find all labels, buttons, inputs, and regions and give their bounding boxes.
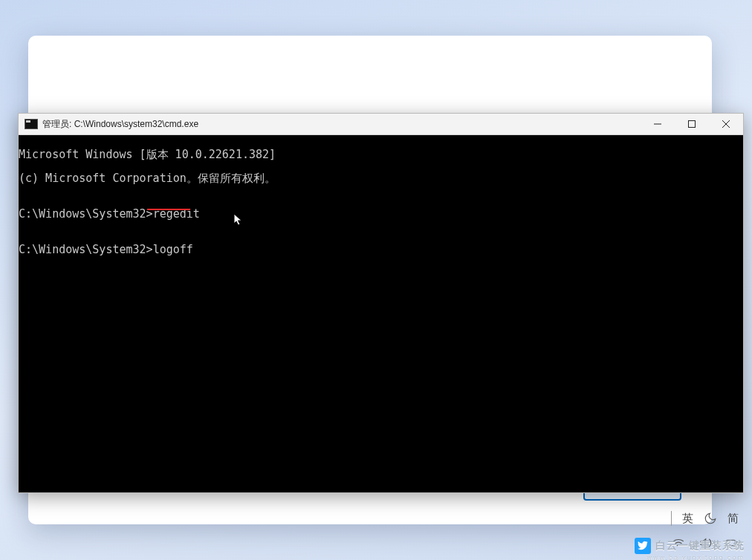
system-tray: 英 简: [671, 511, 739, 526]
tray-separator: [671, 511, 672, 526]
terminal-prompt-line: C:\Windows\System32>logoff: [19, 244, 743, 255]
window-title: 管理员: C:\Windows\system32\cmd.exe: [42, 118, 198, 131]
minimize-button[interactable]: [641, 114, 675, 134]
mouse-cursor-icon: [181, 202, 189, 215]
cmd-app-icon: [25, 119, 38, 129]
terminal-prompt-line: C:\Windows\System32>regedit: [19, 208, 743, 220]
moon-icon[interactable]: [704, 512, 717, 525]
terminal-prompt: C:\Windows\System32>: [19, 243, 153, 256]
cmd-window: 管理员: C:\Windows\system32\cmd.exe Microso…: [18, 113, 744, 493]
terminal-line: (c) Microsoft Corporation。保留所有权利。: [19, 172, 743, 184]
watermark-logo-icon: [635, 538, 651, 554]
close-button[interactable]: [709, 114, 743, 134]
maximize-button[interactable]: [675, 114, 709, 134]
watermark-text: 白云一键重装系统: [655, 539, 745, 553]
desktop-background: 管理员: C:\Windows\system32\cmd.exe Microso…: [0, 0, 752, 560]
svg-rect-1: [689, 121, 696, 128]
ime-language-indicator[interactable]: 英: [682, 512, 693, 526]
terminal-body[interactable]: Microsoft Windows [版本 10.0.22621.382] (c…: [19, 135, 743, 492]
watermark: 白云一键重装系统 www.baiyunxitong.com: [635, 538, 745, 554]
terminal-prompt: C:\Windows\System32>: [19, 207, 153, 221]
ime-mode-indicator[interactable]: 简: [727, 512, 739, 526]
watermark-subtext: www.baiyunxitong.com: [646, 554, 745, 560]
terminal-line: Microsoft Windows [版本 10.0.22621.382]: [19, 149, 743, 160]
titlebar[interactable]: 管理员: C:\Windows\system32\cmd.exe: [19, 114, 743, 135]
terminal-command: logoff: [153, 243, 193, 256]
